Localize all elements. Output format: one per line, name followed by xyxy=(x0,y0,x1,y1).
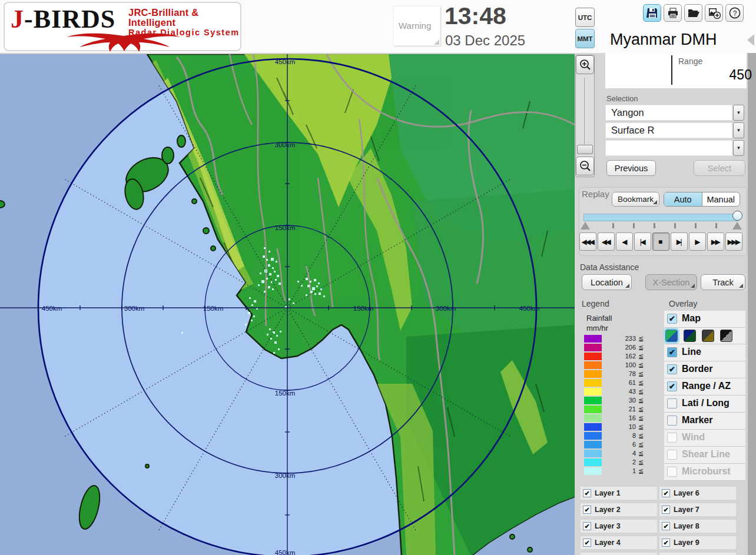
overlay-item-shear-line[interactable]: Shear Line xyxy=(664,447,745,464)
checkbox[interactable]: ✔ xyxy=(667,347,677,357)
rewind-fast-button[interactable]: ◀◀◀ xyxy=(579,232,596,251)
map-style-swatch-3[interactable] xyxy=(702,330,714,342)
stop-button[interactable]: ■ xyxy=(652,232,669,251)
legend-row: 78≦ xyxy=(584,370,655,378)
step-forward-button[interactable]: ▶| xyxy=(671,232,688,251)
checkbox[interactable] xyxy=(667,467,677,477)
checkbox[interactable] xyxy=(667,398,677,408)
print-button[interactable] xyxy=(664,4,682,22)
rewind-button[interactable]: ◀◀ xyxy=(598,232,615,251)
step-back-button[interactable]: |◀ xyxy=(634,232,651,251)
ring-label: 150km xyxy=(275,224,296,231)
replay-slider-track[interactable] xyxy=(583,214,738,221)
warning-panel[interactable]: Warning xyxy=(393,6,440,46)
overlay-item-map[interactable]: ✔Map xyxy=(664,311,745,328)
help-button[interactable]: ? xyxy=(725,4,744,22)
utc-button[interactable]: UTC xyxy=(575,8,595,27)
legend-lte-symbol: ≦ xyxy=(638,414,644,422)
overlay-item-range-az[interactable]: ✔Range / AZ xyxy=(664,378,745,396)
radar-map[interactable]: 450km300km150km150km300km450km450km300km… xyxy=(0,53,575,555)
checkbox[interactable] xyxy=(667,433,677,443)
mmt-button[interactable]: MMT xyxy=(575,29,595,48)
site-dropdown[interactable]: Yangon xyxy=(605,105,732,121)
overlay-item-microburst[interactable]: Microburst xyxy=(664,464,745,481)
product-dropdown-button[interactable]: ▼ xyxy=(733,122,744,138)
zoom-in-button[interactable] xyxy=(576,55,594,74)
product-dropdown[interactable]: Surface R xyxy=(605,122,732,138)
zoom-slider-track[interactable] xyxy=(584,78,586,154)
checkbox[interactable] xyxy=(667,450,677,460)
rain-cell xyxy=(297,281,299,283)
layer-row-layer-8[interactable]: ✔Layer 8 xyxy=(659,520,736,533)
location-button[interactable]: Location xyxy=(582,274,632,290)
map-style-swatches xyxy=(664,328,745,344)
save-icon xyxy=(646,7,658,19)
rain-cell xyxy=(319,293,321,295)
checkbox[interactable]: ✔ xyxy=(583,489,591,497)
bookmark-button[interactable]: Bookmark xyxy=(612,192,659,207)
slider-start-marker[interactable] xyxy=(581,222,590,230)
map-style-swatch-1[interactable] xyxy=(665,330,678,342)
export-image-button[interactable] xyxy=(705,4,723,22)
overlay-item-wind[interactable]: Wind xyxy=(664,430,745,447)
manual-tab[interactable]: Manual xyxy=(702,192,740,206)
panel-collapse-icon[interactable] xyxy=(747,34,754,46)
legend-color-swatch xyxy=(584,450,602,457)
checkbox[interactable]: ✔ xyxy=(662,489,670,497)
auto-tab[interactable]: Auto xyxy=(664,192,702,206)
legend-value: 100 xyxy=(604,361,636,368)
layer-row-layer-3[interactable]: ✔Layer 3 xyxy=(581,520,657,533)
legend-row: 43≦ xyxy=(584,387,655,396)
checkbox[interactable]: ✔ xyxy=(662,539,670,547)
map-style-swatch-4[interactable] xyxy=(720,330,732,342)
add-image-icon xyxy=(708,6,721,19)
checkbox[interactable]: ✔ xyxy=(667,314,677,324)
site-dropdown-button[interactable]: ▼ xyxy=(733,105,744,121)
checkbox[interactable]: ✔ xyxy=(583,522,591,530)
select-button[interactable]: Select xyxy=(694,160,745,176)
checkbox[interactable]: ✔ xyxy=(667,364,677,374)
rain-cell xyxy=(274,271,276,272)
slider-end-marker[interactable] xyxy=(732,222,742,230)
overlay-item-lati-long[interactable]: Lati / Long xyxy=(664,396,745,413)
legend-value: 2 xyxy=(604,458,636,466)
checkbox[interactable] xyxy=(667,416,677,426)
play-reverse-button[interactable]: ◀ xyxy=(616,232,633,251)
zoom-out-button[interactable] xyxy=(576,157,594,175)
checkbox[interactable]: ✔ xyxy=(583,539,591,547)
checkbox[interactable]: ✔ xyxy=(667,381,677,391)
option-dropdown-button[interactable]: ▼ xyxy=(733,140,744,156)
map-style-swatch-2[interactable] xyxy=(684,330,696,342)
previous-button[interactable]: Previous xyxy=(606,160,656,176)
legend-color-swatch xyxy=(584,467,602,475)
overlay-item-line[interactable]: ✔Line xyxy=(664,344,745,361)
x-section-button[interactable]: X-Section xyxy=(645,274,697,290)
save-button[interactable] xyxy=(643,4,661,22)
checkbox[interactable]: ✔ xyxy=(662,506,670,514)
option-dropdown[interactable] xyxy=(605,140,732,156)
forward-button[interactable]: ▶▶ xyxy=(707,232,724,251)
checkbox[interactable]: ✔ xyxy=(583,506,591,514)
layer-row-layer-1[interactable]: ✔Layer 1 xyxy=(581,487,657,500)
rain-cell xyxy=(318,283,320,284)
replay-slider-thumb[interactable] xyxy=(732,211,742,221)
track-button[interactable]: Track xyxy=(701,274,745,290)
forward-fast-button[interactable]: ▶▶▶ xyxy=(725,232,742,251)
layer-row-layer-10[interactable]: ✔Layer 10 xyxy=(659,553,736,555)
layer-row-layer-4[interactable]: ✔Layer 4 xyxy=(581,536,657,549)
legend-color-swatch xyxy=(584,432,602,440)
rain-cell xyxy=(310,281,311,283)
overlay-item-border[interactable]: ✔Border xyxy=(664,361,745,378)
layer-row-layer-9[interactable]: ✔Layer 9 xyxy=(659,536,736,549)
layer-row-layer-6[interactable]: ✔Layer 6 xyxy=(659,487,736,500)
zoom-slider-thumb[interactable] xyxy=(577,145,593,154)
logo-title-rest: -BIRDS xyxy=(24,5,115,34)
layer-row-layer-7[interactable]: ✔Layer 7 xyxy=(659,503,736,516)
resize-grip-icon[interactable] xyxy=(434,39,439,45)
layer-row-layer-5[interactable]: ✔Layer 5 xyxy=(581,553,657,555)
play-button[interactable]: ▶ xyxy=(689,232,706,251)
layer-row-layer-2[interactable]: ✔Layer 2 xyxy=(581,503,657,516)
checkbox[interactable]: ✔ xyxy=(662,522,670,530)
overlay-item-marker[interactable]: Marker xyxy=(664,413,745,430)
open-button[interactable] xyxy=(684,4,702,22)
